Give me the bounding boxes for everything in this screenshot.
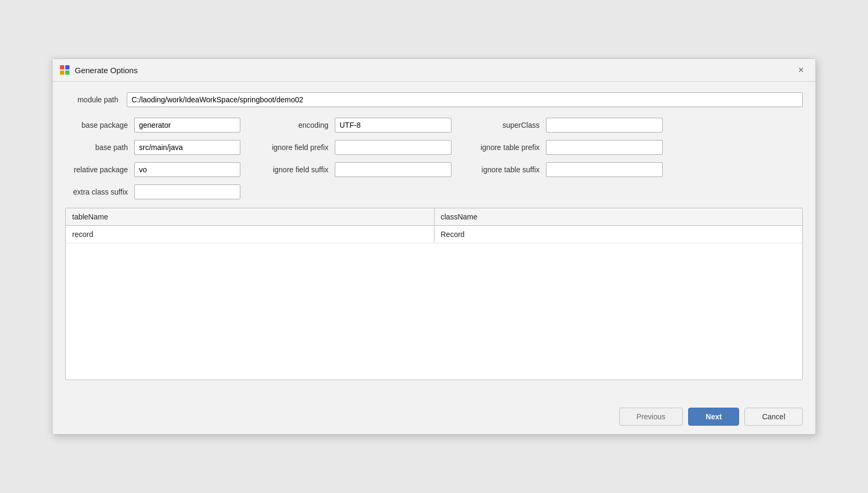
next-button[interactable]: Next <box>688 408 739 426</box>
fields-grid: base package encoding superClass base pa… <box>65 118 803 199</box>
relative-package-input[interactable] <box>134 162 240 177</box>
dialog-title: Generate Options <box>75 66 137 75</box>
encoding-label: encoding <box>266 121 335 129</box>
fields-row-2: base path ignore field prefix ignore tab… <box>65 140 803 155</box>
ignore-field-prefix-input[interactable] <box>335 140 452 155</box>
cancel-button[interactable]: Cancel <box>744 408 803 426</box>
fields-row-4: extra class suffix <box>65 184 803 199</box>
col-class-name: className <box>435 208 803 225</box>
ignore-field-suffix-label: ignore field suffix <box>266 165 335 174</box>
svg-rect-0 <box>60 65 64 69</box>
ignore-table-suffix-label: ignore table suffix <box>477 165 546 174</box>
fields-row-3: relative package ignore field suffix ign… <box>65 162 803 177</box>
base-path-input[interactable] <box>134 140 240 155</box>
svg-rect-3 <box>65 71 70 75</box>
dialog-body: module path base package encoding superC… <box>53 82 815 401</box>
encoding-input[interactable] <box>335 118 452 133</box>
fields-row-1: base package encoding superClass <box>65 118 803 133</box>
svg-rect-2 <box>60 71 64 75</box>
module-path-row: module path <box>65 92 803 107</box>
base-path-label: base path <box>65 143 134 152</box>
table-header: tableName className <box>66 208 802 226</box>
ignore-field-prefix-label: ignore field prefix <box>266 143 335 152</box>
module-path-label: module path <box>65 95 118 104</box>
base-package-input[interactable] <box>134 118 240 133</box>
footer: Previous Next Cancel <box>53 401 815 434</box>
class-mapping-table: tableName className record Record <box>65 208 803 380</box>
module-path-input[interactable] <box>127 92 803 107</box>
table-body: record Record <box>66 226 802 380</box>
ignore-table-prefix-label: ignore table prefix <box>477 143 546 152</box>
super-class-label: superClass <box>477 121 546 129</box>
table-name-cell: record <box>66 226 435 243</box>
ignore-table-suffix-input[interactable] <box>546 162 663 177</box>
relative-package-label: relative package <box>65 165 134 174</box>
class-name-cell: Record <box>435 226 803 243</box>
app-icon <box>59 64 71 76</box>
previous-button[interactable]: Previous <box>619 408 683 426</box>
col-table-name: tableName <box>66 208 435 225</box>
table-row[interactable]: record Record <box>66 226 802 243</box>
close-button[interactable]: × <box>795 64 807 76</box>
generate-options-dialog: Generate Options × module path base pack… <box>52 58 816 435</box>
super-class-input[interactable] <box>546 118 663 133</box>
base-package-label: base package <box>65 121 134 129</box>
svg-rect-1 <box>65 65 70 69</box>
title-bar: Generate Options × <box>53 59 815 82</box>
extra-class-suffix-input[interactable] <box>134 184 240 199</box>
ignore-field-suffix-input[interactable] <box>335 162 452 177</box>
ignore-table-prefix-input[interactable] <box>546 140 663 155</box>
extra-class-suffix-label: extra class suffix <box>65 188 134 196</box>
